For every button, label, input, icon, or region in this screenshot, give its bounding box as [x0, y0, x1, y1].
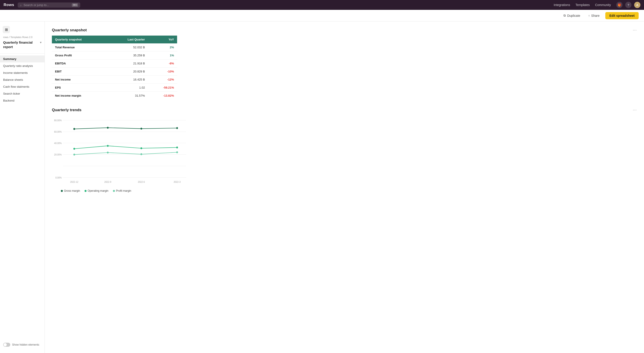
row-label-4: Net income — [52, 76, 108, 84]
table-header-row: Quarterly snapshot Last Quarter YoY — [52, 36, 177, 43]
sidebar-divider — [0, 54, 44, 54]
row-yoy-1: 1% — [148, 52, 177, 60]
svg-text:2022-3: 2022-3 — [174, 181, 180, 183]
trends-svg: 80.00% 60.00% 40.00% 20.00% 0.00% 2022-1… — [52, 115, 190, 187]
col-header-last-quarter: Last Quarter — [108, 36, 148, 43]
duplicate-icon: ⧉ — [564, 14, 566, 18]
sidebar-item-cash-flow[interactable]: Cash flow statments — [0, 83, 44, 90]
doc-icon[interactable]: ⊞ — [3, 26, 10, 33]
edit-spreadsheet-button[interactable]: Edit spreadsheet — [605, 12, 639, 19]
chart-legend: Gross margin Operating margin Profit mar… — [52, 189, 637, 192]
profit-dot-3 — [140, 153, 142, 155]
snapshot-tbody: Total Revenue 52.032 B 2% Gross Profit 3… — [52, 43, 177, 100]
sidebar-item-income-statements[interactable]: Income statements — [0, 69, 44, 76]
trends-chart: 80.00% 60.00% 40.00% 20.00% 0.00% 2022-1… — [52, 115, 190, 187]
trends-card-header: Quarterly trends ··· — [52, 108, 637, 112]
row-value-2: 21.918 B — [108, 60, 148, 68]
nav-integrations[interactable]: Integrations — [554, 3, 570, 7]
sidebar-item-quarterly-ratio[interactable]: Quarterly ratio analysis — [0, 62, 44, 69]
gift-icon[interactable]: 🎁 — [616, 2, 622, 8]
topnav-icons: 🎁 ? A — [616, 2, 640, 8]
table-row: EBIT 20.829 B -10% — [52, 68, 177, 76]
snapshot-title: Quarterly snapshot — [52, 28, 87, 33]
row-yoy-2: -8% — [148, 60, 177, 68]
gross-margin-label: Gross margin — [64, 189, 80, 192]
breadcrumb: rows / Templates Rows 2.0 — [0, 36, 44, 39]
help-icon[interactable]: ? — [625, 2, 632, 8]
sidebar-title: Quarterly financial report ▾ — [0, 39, 44, 53]
search-bar[interactable]: ⌕ ⌘K — [18, 3, 80, 8]
svg-text:20.00%: 20.00% — [54, 153, 62, 156]
profit-margin-label: Profit margin — [116, 189, 131, 192]
sidebar-item-summary[interactable]: Summary — [0, 56, 44, 62]
table-row: Net income 16.425 B -12% — [52, 76, 177, 84]
table-row: EPS 1.02 -59.21% — [52, 84, 177, 92]
title-caret-icon[interactable]: ▾ — [40, 41, 41, 45]
gross-dot-1 — [73, 128, 75, 130]
gross-dot-4 — [176, 127, 178, 129]
snapshot-table: Quarterly snapshot Last Quarter YoY Tota… — [52, 36, 177, 100]
table-row: EBITDA 21.918 B -8% — [52, 60, 177, 68]
row-value-6: 31.57% — [108, 92, 148, 100]
operating-dot-4 — [176, 147, 178, 149]
gross-dot-2 — [107, 127, 109, 129]
topnav-right: Integrations Templates Community 🎁 ? A — [554, 2, 640, 8]
top-nav: Rows ⌕ ⌘K Integrations Templates Communi… — [0, 0, 644, 10]
row-yoy-3: -10% — [148, 68, 177, 76]
table-row: Gross Profit 35.259 B 1% — [52, 52, 177, 60]
search-shortcut: ⌘K — [72, 3, 78, 7]
legend-gross-margin: Gross margin — [61, 189, 80, 192]
row-value-3: 20.829 B — [108, 68, 148, 76]
snapshot-menu-button[interactable]: ··· — [633, 28, 637, 33]
row-value-4: 16.425 B — [108, 76, 148, 84]
profit-dot-1 — [73, 154, 75, 156]
trends-menu-button[interactable]: ··· — [633, 108, 637, 112]
main-content: Quarterly snapshot ··· Quarterly snapsho… — [45, 22, 644, 353]
search-icon: ⌕ — [20, 3, 22, 7]
share-button[interactable]: ↑ Share — [586, 13, 602, 19]
nav-community[interactable]: Community — [595, 3, 611, 7]
search-input[interactable] — [24, 3, 70, 7]
table-row: Net income margin 31.57% -13.82% — [52, 92, 177, 100]
snapshot-card-header: Quarterly snapshot ··· — [52, 28, 637, 33]
col-header-yoy: YoY — [148, 36, 177, 43]
svg-text:40.00%: 40.00% — [54, 142, 62, 145]
svg-text:2022-6: 2022-6 — [138, 181, 145, 183]
profit-dot-4 — [176, 151, 178, 153]
nav-templates[interactable]: Templates — [575, 3, 590, 7]
row-label-1: Gross Profit — [52, 52, 108, 60]
sidebar-item-search-ticker[interactable]: Search ticker — [0, 90, 44, 97]
trends-title: Quarterly trends — [52, 108, 82, 112]
operating-margin-dot — [84, 190, 86, 192]
row-yoy-4: -12% — [148, 76, 177, 84]
trends-card: Quarterly trends ··· 80.00% 60.00% 40.00… — [52, 108, 637, 192]
operating-dot-1 — [73, 148, 75, 150]
hidden-elements-toggle[interactable] — [3, 343, 10, 347]
brand-logo[interactable]: Rows — [4, 3, 14, 7]
svg-text:2022-12: 2022-12 — [70, 181, 78, 183]
svg-text:0.00%: 0.00% — [56, 176, 62, 179]
operating-dot-2 — [107, 145, 109, 147]
sidebar-item-balance-sheets[interactable]: Balance sheets — [0, 76, 44, 83]
row-value-5: 1.02 — [108, 84, 148, 92]
row-label-0: Total Revenue — [52, 43, 108, 52]
sidebar-item-backend[interactable]: Backend — [0, 97, 44, 104]
row-yoy-6: -13.82% — [148, 92, 177, 100]
table-row: Total Revenue 52.032 B 2% — [52, 43, 177, 52]
operating-margin-label: Operating margin — [88, 189, 108, 192]
svg-text:60.00%: 60.00% — [54, 131, 62, 133]
col-header-label: Quarterly snapshot — [52, 36, 108, 43]
user-avatar[interactable]: A — [634, 2, 640, 8]
share-icon: ↑ — [588, 14, 590, 18]
duplicate-button[interactable]: ⧉ Duplicate — [561, 12, 582, 19]
row-value-1: 35.259 B — [108, 52, 148, 60]
row-label-6: Net income margin — [52, 92, 108, 100]
operating-dot-3 — [140, 147, 142, 149]
row-yoy-0: 2% — [148, 43, 177, 52]
row-label-2: EBITDA — [52, 60, 108, 68]
hidden-elements-label: Show hidden elements — [12, 343, 39, 346]
row-yoy-5: -59.21% — [148, 84, 177, 92]
sidebar-icon-row: ⊞ — [0, 25, 44, 36]
row-label-3: EBIT — [52, 68, 108, 76]
profit-margin-dot — [113, 190, 115, 192]
